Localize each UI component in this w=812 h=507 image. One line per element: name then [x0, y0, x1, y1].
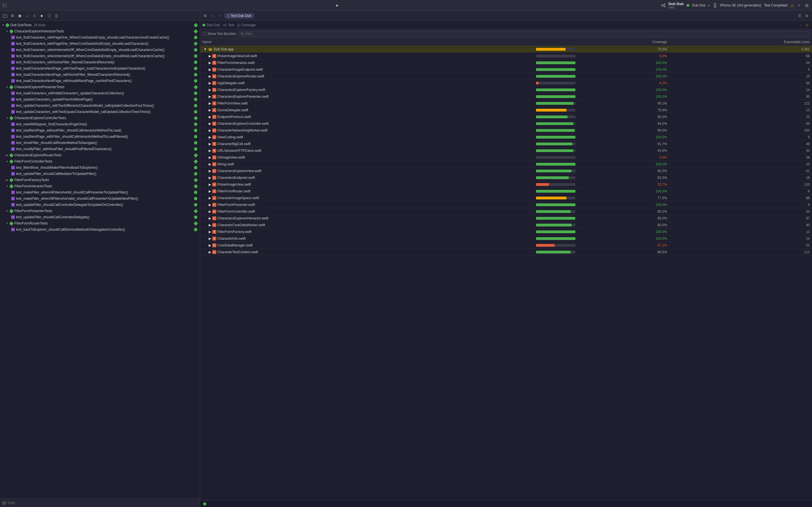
- table-row[interactable]: ▶ S FilterFormInteractor.swift 100,0%24: [200, 59, 812, 66]
- test-item[interactable]: test_updateFilter_shouldCallControllerDe…: [0, 202, 200, 208]
- group-filterform-interactor[interactable]: ▼ FilterFormInteractorTests: [0, 183, 200, 189]
- test-item[interactable]: test_viewWillAppear_findCharactersPageOn…: [0, 121, 200, 127]
- test-item[interactable]: test_filterItNow_shouldMakeFilterAndback…: [0, 165, 200, 171]
- table-row[interactable]: ▶ S PickerImageView.swift 32,7%110: [200, 181, 812, 188]
- test-item[interactable]: test_loadNextPage_withoutFilter_shouldCa…: [0, 127, 200, 133]
- test-item[interactable]: test_showFilter_shouldCallRouterMethodTo…: [0, 140, 200, 146]
- code-toolbar-icon[interactable]: {}: [54, 13, 59, 18]
- filter-input[interactable]: [8, 501, 198, 505]
- active-tab[interactable]: {} Test Dub Dub: [224, 13, 254, 18]
- options-btn[interactable]: ☰: [797, 13, 802, 18]
- inspector-btn[interactable]: ⊟: [804, 13, 810, 18]
- table-row[interactable]: ▶ S AppDelegate.swift 6,2%65: [200, 80, 812, 87]
- test-item[interactable]: test_modifyFilter_withNewFilter_shouldFi…: [0, 146, 200, 152]
- run-button-area[interactable]: ▶: [16, 2, 659, 9]
- search-icon[interactable]: ⌕: [24, 13, 30, 18]
- sidebar-toggle-area[interactable]: [2, 3, 13, 8]
- test-item[interactable]: test_loadCharactersNextPage_withInvalidN…: [0, 78, 200, 84]
- test-item[interactable]: test_backToExplorer_shouldCallDismissMet…: [0, 226, 200, 233]
- col-exec-lines[interactable]: Executable Lines: [669, 38, 812, 46]
- table-row[interactable]: ▶ S CharacterTextContent.swift 88,3%111: [200, 249, 812, 256]
- breadcrumb-item-1[interactable]: Test: [223, 23, 234, 27]
- table-row[interactable]: ▶ S ViewCoding.swift 100,0%5: [200, 134, 812, 140]
- table-row[interactable]: ▶ S CharactersExplorerInteractor.swift 9…: [200, 215, 812, 222]
- grid-icon[interactable]: ⊞: [10, 13, 15, 18]
- table-row[interactable]: ▶ S FilterFormView.swift 95,1%122: [200, 100, 812, 107]
- test-item[interactable]: test_loadNextPage_withFilter_shouldCallI…: [0, 133, 200, 140]
- show-test-bundles[interactable]: Show Test Bundles: [202, 32, 236, 36]
- table-row[interactable]: ▶ S CharactersExplorerFactory.swift 100,…: [200, 87, 812, 93]
- table-row[interactable]: ▶ S EndpointProtocol.swift 80,0%15: [200, 114, 812, 120]
- table-row[interactable]: ▶ S CoreDataManager.swift 47,1%51: [200, 242, 812, 249]
- test-item[interactable]: test_findCharacters_withSomeFilter_filte…: [0, 59, 200, 65]
- test-item[interactable]: test_makeFilter_whenAllFiltersAreValid_s…: [0, 195, 200, 202]
- group-filterform-presenter[interactable]: ▼ FilterFormPresenterTests: [0, 208, 200, 214]
- group-filterform-factory[interactable]: ▶ FilterFormFactoryTests: [0, 177, 200, 183]
- test-item[interactable]: test_updateCharacters_withTwoEqualsChara…: [0, 109, 200, 115]
- col-name[interactable]: Name: [200, 38, 534, 46]
- table-row[interactable]: ▶ S CharacterBigCell.swift 91,7%48: [200, 140, 812, 147]
- coverage-filter-search[interactable]: [239, 31, 810, 37]
- group-filterform-router[interactable]: ▼ FilterFormRouterTests: [0, 220, 200, 226]
- test-item[interactable]: test_loadCharacters_withValidCharacters_…: [0, 90, 200, 96]
- table-row[interactable]: ▼ Dub Dub.app 75,5%1.361: [200, 46, 812, 53]
- test-item[interactable]: test_makeFilter_whenAllFiltersAreNil_sho…: [0, 189, 200, 195]
- table-row[interactable]: ▶ S CharacterCoreDataWorker.swift 90,0%4…: [200, 222, 812, 228]
- layout-button[interactable]: ⊞: [804, 3, 810, 8]
- diamond-toolbar-icon[interactable]: ◆: [39, 13, 45, 18]
- test-item[interactable]: test_findCharacters_withPageOne_WhenCore…: [0, 41, 200, 47]
- test-tree[interactable]: ▼ Dub DubTests 26 tests ▼ CharacterEx: [0, 21, 200, 499]
- folder-icon[interactable]: [2, 13, 8, 18]
- sidebar-toggle-icon[interactable]: [2, 3, 8, 8]
- show-test-bundles-checkbox[interactable]: [202, 32, 206, 36]
- test-item[interactable]: test_findCharacters_whenInternetIsOff_Wh…: [0, 53, 200, 59]
- test-item[interactable]: test_loadCharactersNextPage_withTwoPages…: [0, 65, 200, 71]
- table-row[interactable]: ▶ S SceneDelegate.swift 76,9%13: [200, 107, 812, 114]
- group-filterform-controller[interactable]: ▼ FilterFormControllerTests: [0, 158, 200, 165]
- coverage-filter-input[interactable]: [245, 32, 808, 36]
- add-button[interactable]: ＋: [796, 3, 802, 8]
- test-item[interactable]: test_updateFilter_shouldCallControllerDe…: [0, 214, 200, 220]
- breadcrumb-item-0[interactable]: Dub Dub: [206, 23, 220, 27]
- grid-view-btn[interactable]: ⊞: [202, 13, 208, 18]
- group-presenter[interactable]: ▼ CharacterExplorerPresenterTests: [0, 84, 200, 90]
- table-row[interactable]: ▶ S FilterFormPresenter.swift 100,0%6: [200, 202, 812, 208]
- warning-toolbar-icon[interactable]: ⚠: [32, 13, 37, 18]
- table-row[interactable]: ▶ S CharactersExplorerPresenter.swift 10…: [200, 93, 812, 100]
- table-row[interactable]: ▶ S URLSessionHTTPClient.swift 93,9%33: [200, 147, 812, 154]
- tag-toolbar-icon[interactable]: ⬡: [46, 13, 52, 18]
- table-row[interactable]: ▶ S CharactersExplorerController.swift 9…: [200, 120, 812, 127]
- table-row[interactable]: ▶ S CharacterImageEndpoint.swift 100,0%5: [200, 66, 812, 73]
- table-row[interactable]: ▶ S FilterFormRouter.swift 100,0%6: [200, 188, 812, 194]
- table-row[interactable]: ▶ S FilterFormFactory.swift 100,0%13: [200, 228, 812, 235]
- table-row[interactable]: ▶ S FilterFormController.swift 88,2%34: [200, 208, 812, 215]
- table-row[interactable]: ▶ S PickerImageViewCell.swift 0,0%68: [200, 53, 812, 59]
- table-row[interactable]: ▶ S CharacterInfo.swift 100,0%14: [200, 235, 812, 242]
- table-row[interactable]: ▶ S CharacterImageSpace.swift 77,3%88: [200, 194, 812, 202]
- table-row[interactable]: ▶ S UIImageView.swift 0,0%28: [200, 154, 812, 161]
- tree-root[interactable]: ▼ Dub DubTests 26 tests: [0, 22, 200, 28]
- coverage-table-container[interactable]: Name Coverage Executable Lines ▼ Dub Dub…: [200, 38, 812, 500]
- test-item[interactable]: test_updateCharacters_withTwoDifferentsC…: [0, 103, 200, 109]
- forward-btn[interactable]: ›: [217, 13, 223, 18]
- table-row[interactable]: ▶ S String.swift 100,0%10: [200, 161, 812, 168]
- table-row[interactable]: ▶ S CharacterNetworkingWorker.swift 98,0…: [200, 127, 812, 134]
- plus-icon[interactable]: [2, 501, 6, 505]
- group-controller[interactable]: ▼ CharactersExplorerControllerTests: [0, 115, 200, 121]
- nav-warn[interactable]: ⚠: [805, 22, 810, 27]
- table-row[interactable]: ▶ S CharactersEndpoint.swift 83,3%18: [200, 174, 812, 181]
- col-coverage[interactable]: Coverage: [579, 38, 669, 46]
- group-interactor[interactable]: ▼ CharacterExplorerInteractorTests: [0, 28, 200, 34]
- group-router[interactable]: ▶ CharactersExplorerRouterTests: [0, 152, 200, 158]
- nav-prev[interactable]: ‹: [799, 22, 804, 27]
- table-row[interactable]: ▶ S CharactersExplorerRouter.swift 100,0…: [200, 73, 812, 80]
- test-item[interactable]: test_loadCharactersNextPage_withSomeFilt…: [0, 71, 200, 78]
- breadcrumb-item-2[interactable]: {} Coverage: [238, 23, 256, 27]
- test-item[interactable]: test_findCharacters_withPageOne_WhenCore…: [0, 34, 200, 41]
- test-item[interactable]: test_updateFilter_shouldCallMediatorToUp…: [0, 171, 200, 177]
- table-row[interactable]: ▶ S CharactersExplorerView.swift 90,2%61: [200, 168, 812, 174]
- stop-icon[interactable]: ◼: [17, 13, 22, 18]
- back-btn[interactable]: ‹: [210, 13, 215, 18]
- test-item[interactable]: test_updateCharacters_updatePrevAndNextP…: [0, 96, 200, 103]
- run-button[interactable]: ▶: [334, 2, 341, 9]
